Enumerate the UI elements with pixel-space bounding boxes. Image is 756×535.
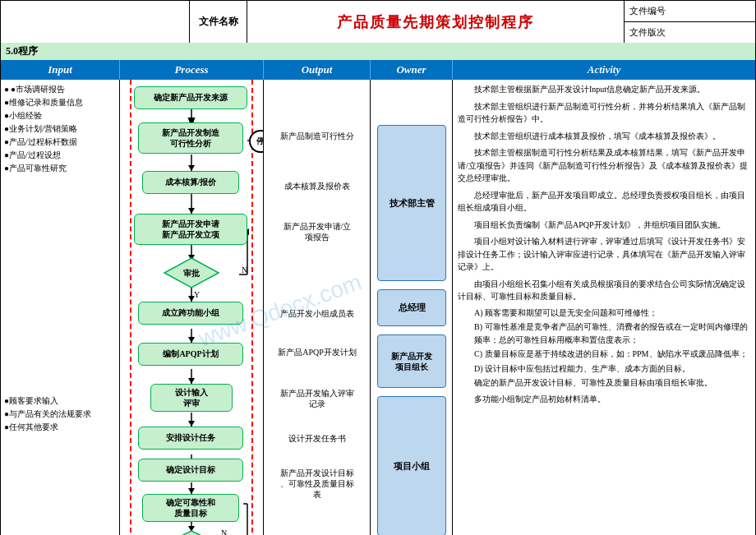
input-item-6: ●产品/过程设想: [4, 149, 116, 161]
input-item-5: ●产品/过程标杆数据: [4, 136, 116, 148]
input-column: ●市场调研报告 ●维修记录和质量信息 ●小组经验 ●业务计划/营销策略 ●产品/…: [1, 80, 120, 535]
input-item-2: ●维修记录和质量信息: [4, 96, 116, 108]
owner-box-3: 新产品开发项目组长: [377, 334, 446, 388]
svg-text:N: N: [221, 528, 227, 535]
proc-box-11: 确定可靠性和质量目标: [142, 494, 239, 522]
proc-box-2: 新产品开发制造可行性分析: [138, 122, 243, 154]
output-column: 新产品制造可行性分 成本核算及报价表 新产品开发申请/立项报告 产品开发小组成员…: [264, 80, 371, 535]
input-item-7: ●产品可靠性研究: [4, 162, 116, 174]
act-sub-a: A) 顾客需要和期望可以是无安全问题和可维修性；: [474, 307, 750, 320]
output-item-2: 成本核算及报价表: [265, 181, 369, 191]
header-title-block: 产品质量先期策划控制程序: [247, 1, 624, 43]
proc-box-9: 安排设计任务: [138, 427, 243, 450]
svg-marker-6: [188, 208, 195, 214]
act-para-6: 项目组长负责编制《新产品APQP开发计划》，并组织项目团队实施。: [458, 219, 750, 232]
program-label: 5.0程序: [0, 43, 756, 60]
svg-marker-17: [188, 378, 195, 384]
proc-box-8: 设计输入评审: [150, 384, 233, 412]
proc-box-7: 编制APQP计划: [138, 343, 243, 366]
input-item-1: ●市场调研报告: [4, 83, 116, 95]
input-item-9: ●与产品有关的法规要求: [4, 408, 91, 420]
input-item-10: ●任何其他要求: [4, 421, 91, 433]
col-header-owner: Owner: [371, 60, 453, 80]
header-filename-label: 文件名称: [189, 1, 247, 43]
header-right: 文件编号 文件版次: [624, 1, 755, 43]
svg-text:N: N: [242, 265, 247, 274]
act-sub-b: B) 可靠性基准是竞争者产品的可靠性、消费者的报告或在一定时间内修理的频率；总的…: [474, 321, 750, 346]
col-header-output: Output: [264, 60, 371, 80]
header: 文件名称 产品质量先期策划控制程序 文件编号 文件版次: [0, 0, 756, 43]
input-item-3: ●小组经验: [4, 109, 116, 122]
input-item-4: ●业务计划/营销策略: [4, 122, 116, 135]
output-item-8: 新产品开发设计目标、可靠性及质量目标表: [265, 468, 369, 500]
act-para-4: 技术部主管根据制造可行性分析结果及成本核算结果，填写《新产品开发申请/立项报告》…: [458, 146, 750, 185]
proc-box-3: 成本核算/报价: [142, 171, 239, 194]
column-headers: Input Process Output Owner Activity: [0, 60, 756, 80]
output-item-4: 产品开发小组成员表: [265, 308, 369, 319]
svg-marker-15: [188, 337, 195, 343]
main-content: www.Qdocx.com ●市场调研报告 ●维修记录和质量信息 ●小组经验 ●…: [0, 80, 756, 535]
output-item-5: 新产品APQP开发计划: [265, 347, 369, 357]
svg-text:Y: Y: [194, 290, 200, 299]
owner-column: 技术部主管 总经理 新产品开发项目组长 项目小组: [371, 80, 453, 535]
proc-box-10: 确定设计目标: [138, 459, 243, 482]
col-header-input: Input: [1, 60, 120, 80]
header-title: 产品质量先期策划控制程序: [337, 12, 534, 32]
file-number-row: 文件编号: [625, 1, 755, 22]
input-upper-items: ●市场调研报告 ●维修记录和质量信息 ●小组经验 ●业务计划/营销策略 ●产品/…: [4, 83, 116, 174]
owner-box-4: 项目小组: [377, 396, 446, 535]
owner-box-1: 技术部主管: [377, 125, 446, 281]
act-sub-approve: 确定的新产品开发设计目标、可靠性及质量目标由项目组长审批。: [474, 376, 750, 390]
proc-box-4: 新产品开发申请新产品开发立项: [134, 214, 247, 245]
proc-box-1: 确定新产品开发来源: [134, 86, 247, 109]
output-item-3: 新产品开发申请/立项报告: [265, 221, 369, 242]
header-left-space: [1, 1, 189, 43]
act-para-8: 由项目小组组长召集小组有关成员根据项目的要求结合公司实际情况确定设计目标、可靠性…: [458, 278, 750, 303]
svg-marker-2: [188, 165, 195, 171]
col-header-activity: Activity: [453, 60, 755, 80]
col-header-process: Process: [120, 60, 264, 80]
svg-marker-23: [188, 488, 195, 494]
act-para-1: 技术部主管根据新产品开发设计Input信息确定新产品开发来源。: [458, 83, 750, 96]
act-para-2: 技术部主管组织进行新产品制造可行性分析，并将分析结果填入《新产品制造可行性分析报…: [458, 100, 750, 126]
act-sub-d: D) 设计目标中应包括过程能力、生产率、成本方面的目标。: [474, 362, 750, 376]
act-para-5: 总经理审批后，新产品开发项目即成立。总经理负责授权项目组长，由项目组长组成项目小…: [458, 189, 750, 214]
diamond-1: 审批: [163, 256, 220, 289]
output-item-1: 新产品制造可行性分: [265, 131, 369, 141]
act-para-9: 多功能小组制定产品初始材料清单。: [458, 393, 750, 406]
svg-marker-38: [164, 531, 219, 535]
diamond-2: 审批: [163, 529, 220, 535]
input-lower-items: ●顾客要求输入 ●与产品有关的法规要求 ●任何其他要求: [4, 394, 91, 434]
act-para-7: 项目小组对设计输入材料进行评审，评审通过后填写《设计开发任务书》安排设计任务工作…: [458, 235, 750, 274]
svg-text:审批: 审批: [183, 269, 200, 278]
svg-marker-19: [188, 421, 195, 427]
input-item-8: ●顾客要求输入: [4, 394, 91, 407]
act-sub-c: C) 质量目标应是基于持续改进的目标，如：PPM、缺陷水平或废品降低率；: [474, 348, 750, 361]
owner-box-2: 总经理: [377, 289, 446, 326]
act-para-3: 技术部主管组织进行成本核算及报价，填写《成本核算及报价表》。: [458, 130, 750, 143]
output-item-7: 设计开发任务书: [265, 433, 369, 444]
proc-box-6: 成立跨功能小组: [138, 302, 243, 325]
file-version-row: 文件版次: [625, 22, 755, 43]
activity-column: 技术部主管根据新产品开发设计Input信息确定新产品开发来源。 技术部主管组织进…: [453, 80, 755, 535]
process-column: Y N Y N: [120, 80, 264, 535]
output-item-6: 新产品开发输入评审记录: [265, 388, 369, 409]
